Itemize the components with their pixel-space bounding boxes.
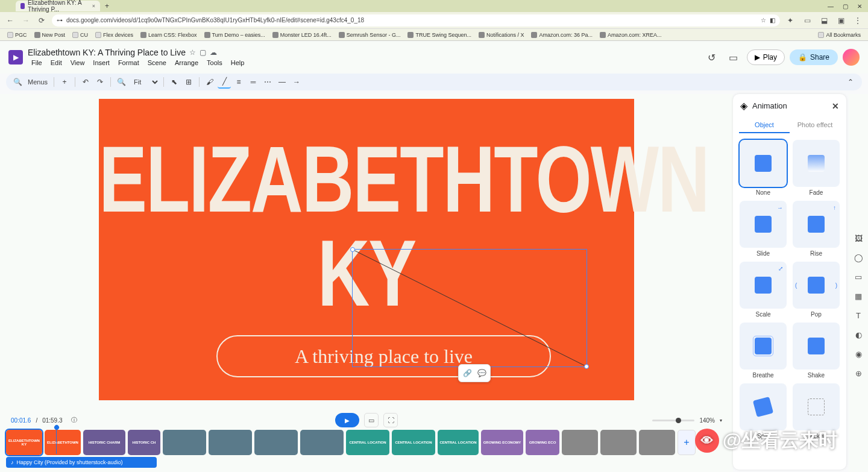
border-color-icon[interactable]: ≡ — [232, 75, 245, 89]
menu-format[interactable]: Format — [115, 58, 143, 68]
scene-thumbnail[interactable]: GROWING ECONOMY — [481, 430, 523, 455]
back-button[interactable]: ← — [5, 15, 16, 26]
image-icon[interactable]: 🖼 — [853, 233, 864, 244]
transition-icon[interactable]: ◐ — [853, 329, 864, 340]
audio-track[interactable]: ♪ Happy City (Provided by shutterstock-a… — [6, 457, 157, 468]
new-tab-button[interactable]: + — [105, 2, 109, 10]
animation-none[interactable]: None — [739, 140, 787, 196]
select-tool-icon[interactable]: ⬉ — [168, 75, 181, 89]
line-start-icon[interactable]: — — [275, 75, 289, 89]
side-panel-icon[interactable]: ▣ — [835, 15, 846, 26]
menu-view[interactable]: View — [67, 58, 89, 68]
menu-arrange[interactable]: Arrange — [171, 58, 202, 68]
border-weight-icon[interactable]: ═ — [247, 75, 260, 89]
minimize-icon[interactable]: — — [826, 3, 835, 10]
bookmark-item[interactable]: Flex devices — [93, 32, 136, 38]
site-info-icon[interactable]: ⊶ — [57, 17, 63, 24]
scene-thumbnail[interactable]: ELIZABETHTOWN — [45, 430, 81, 455]
animation-fade[interactable]: Fade — [792, 140, 840, 196]
extension-indicator-icon[interactable]: ◧ — [770, 17, 775, 24]
bookmark-item[interactable]: Semrush Sensor - G... — [336, 32, 403, 38]
bookmark-item[interactable]: Learn CSS: Flexbox — [138, 32, 200, 38]
scene-thumbnail[interactable]: HISTORIC CH — [128, 430, 160, 455]
info-icon[interactable]: ⓘ — [71, 416, 77, 424]
browser-menu-icon[interactable]: ⋮ — [852, 15, 863, 26]
animation-scale[interactable]: ⤢Scale — [739, 262, 787, 318]
undo-icon[interactable]: ↶ — [79, 75, 92, 89]
bookmark-item[interactable]: TRUE Swing Sequen... — [405, 32, 474, 38]
forward-button[interactable]: → — [20, 15, 31, 26]
scene-thumbnail[interactable] — [209, 430, 252, 455]
animation-rise[interactable]: ↑Rise — [792, 201, 840, 257]
menus-search[interactable]: Menus — [25, 78, 50, 86]
layout-icon[interactable]: ▦ — [853, 291, 864, 301]
move-icon[interactable]: ▢ — [200, 48, 206, 57]
bookmark-star-icon[interactable]: ☆ — [761, 17, 766, 24]
play-button[interactable]: ▶ Play — [747, 49, 785, 65]
paint-format-icon[interactable]: 🖌 — [203, 75, 216, 89]
scene-thumbnail[interactable]: ELIZABETHTOWN KY — [6, 430, 42, 455]
scene-thumbnail[interactable]: HISTORIC CHARM — [83, 430, 125, 455]
tab-object[interactable]: Object — [739, 118, 790, 133]
tab-photo-effect[interactable]: Photo effect — [790, 118, 840, 133]
bookmark-item[interactable]: Amazon.com: XREA... — [597, 32, 664, 38]
url-field[interactable]: ⊶ docs.google.com/videos/d/1cq9o0wTNGxCP… — [52, 14, 780, 27]
zoom-icon[interactable]: 🔍 — [115, 75, 128, 89]
cloud-status-icon[interactable]: ☁ — [210, 48, 217, 57]
link-icon[interactable]: 🔗 — [461, 367, 474, 380]
zoom-dropdown-icon[interactable]: ▾ — [720, 418, 722, 423]
bookmark-item[interactable]: PGC — [5, 32, 30, 38]
menu-tools[interactable]: Tools — [203, 58, 226, 68]
bookmark-item[interactable]: Monster LED 16.4ft... — [270, 32, 334, 38]
bookmark-item[interactable]: Amazon.com: 36 Pa... — [529, 32, 595, 38]
zoom-select[interactable]: Fit — [129, 78, 160, 86]
comments-icon[interactable]: ▭ — [725, 49, 742, 66]
expand-icon[interactable]: ⛶ — [383, 413, 398, 427]
animation-breathe[interactable]: Breathe — [739, 323, 787, 379]
selection-box[interactable] — [352, 249, 587, 367]
line-end-icon[interactable]: → — [290, 75, 303, 89]
new-scene-icon[interactable]: + — [58, 75, 71, 89]
scene-thumbnail[interactable] — [639, 430, 675, 455]
reload-button[interactable]: ⟳ — [36, 15, 47, 26]
bookmark-item[interactable]: CU — [70, 32, 90, 38]
animation-pop[interactable]: ()Pop — [792, 262, 840, 318]
scene-thumbnail[interactable] — [300, 430, 344, 455]
highlight-icon[interactable]: ╱ — [218, 75, 231, 89]
scene-thumbnail[interactable] — [562, 430, 598, 455]
panel-close-icon[interactable]: ✕ — [832, 101, 839, 111]
selection-handle[interactable] — [350, 247, 355, 252]
scene-thumbnail[interactable]: CENTRAL LOCATION — [438, 430, 479, 455]
border-dash-icon[interactable]: ⋯ — [261, 75, 274, 89]
all-bookmarks[interactable]: All Bookmarks — [816, 32, 863, 38]
record-icon[interactable]: ◉ — [853, 348, 864, 359]
app-logo[interactable]: ▶ — [8, 50, 23, 65]
zoom-thumb[interactable] — [676, 418, 681, 423]
more-icon[interactable]: ⊕ — [853, 368, 864, 379]
redo-icon[interactable]: ↷ — [93, 75, 107, 89]
scene-thumbnail[interactable] — [600, 430, 637, 455]
menu-edit[interactable]: Edit — [47, 58, 66, 68]
star-icon[interactable]: ☆ — [189, 48, 196, 57]
menu-insert[interactable]: Insert — [89, 58, 113, 68]
browser-tab[interactable]: Elizabethtown KY: A Thriving P... × — [16, 1, 100, 11]
scene-thumbnail[interactable] — [163, 430, 206, 455]
timeline[interactable]: ELIZABETHTOWN KYELIZABETHTOWNHISTORIC CH… — [0, 429, 733, 472]
bookmark-item[interactable]: New Post — [32, 32, 68, 38]
add-scene-button[interactable]: + — [678, 430, 696, 455]
share-button[interactable]: 🔒 Share — [790, 49, 838, 65]
tab-close-icon[interactable]: × — [92, 3, 95, 9]
menu-help[interactable]: Help — [227, 58, 248, 68]
avatar[interactable] — [843, 49, 860, 66]
scene-thumbnail[interactable] — [254, 430, 298, 455]
selection-handle[interactable] — [584, 364, 589, 369]
extensions-icon[interactable]: ✦ — [785, 15, 796, 26]
shapes-icon[interactable]: ◯ — [853, 252, 864, 263]
folder-icon[interactable]: ▭ — [853, 271, 864, 282]
captions-icon[interactable]: ▭ — [364, 413, 379, 427]
maximize-icon[interactable]: ▢ — [840, 3, 850, 10]
menu-scene[interactable]: Scene — [144, 58, 170, 68]
document-title[interactable]: Elizabethtown KY: A Thriving Place to Li… — [28, 48, 186, 57]
slide[interactable]: ELIZABETHTOWN KY A thriving place to liv… — [99, 99, 634, 400]
menu-file[interactable]: File — [28, 58, 46, 68]
